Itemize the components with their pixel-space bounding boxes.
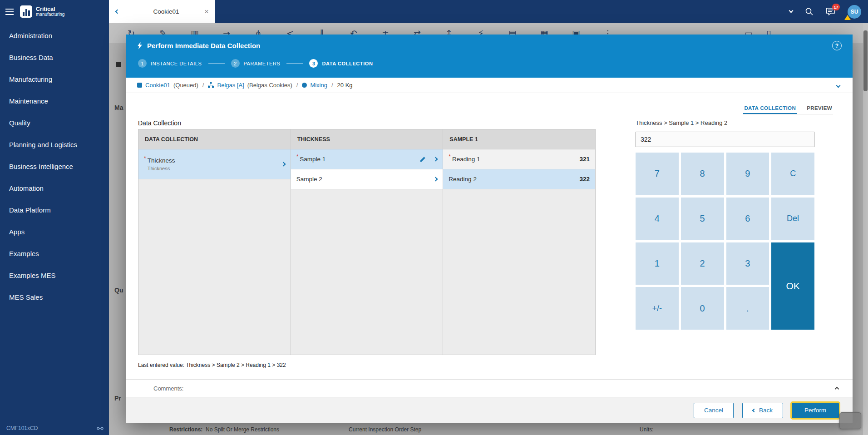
key-5[interactable]: 5 <box>681 198 724 240</box>
inspection-order-step-label: Current Inspection Order Step <box>349 426 421 433</box>
material-state: (Queued) <box>173 82 198 89</box>
sidebar-item-administration[interactable]: Administration <box>0 25 109 47</box>
comments-section[interactable]: Comments: <box>126 379 853 397</box>
row-label: Thickness <box>148 157 175 164</box>
screen: Critical manufacturing Administration Bu… <box>0 0 868 435</box>
sidebar-item-examples-mes[interactable]: Examples MES <box>0 265 109 287</box>
collapse-comments-icon[interactable] <box>834 384 840 393</box>
remote-cursor-indicator <box>839 412 861 429</box>
app-logo[interactable]: Critical manufacturing <box>20 5 64 18</box>
document-tab[interactable]: Cookie01 × <box>126 0 215 23</box>
menu-icon[interactable] <box>5 7 14 17</box>
sidebar-item-business-intelligence[interactable]: Business Intelligence <box>0 156 109 178</box>
key-4[interactable]: 4 <box>636 198 679 240</box>
help-icon[interactable]: ? <box>832 41 842 50</box>
panel-tabs: DATA COLLECTION PREVIEW <box>743 105 833 114</box>
page-scrollbar[interactable] <box>863 23 868 435</box>
key-9[interactable]: 9 <box>726 153 769 195</box>
reading-value: 321 <box>579 156 590 163</box>
background-clipped-label: Ma <box>114 104 123 111</box>
perform-button[interactable]: Perform <box>792 403 839 418</box>
sidebar-item-mes-sales[interactable]: MES Sales <box>0 287 109 308</box>
reading-value: 322 <box>579 176 590 183</box>
sidebar-item-maintenance[interactable]: Maintenance <box>0 90 109 112</box>
row-sample-2[interactable]: Sample 2 <box>291 169 443 189</box>
key-decimal[interactable]: . <box>726 287 769 330</box>
drill-in-icon[interactable] <box>434 177 438 182</box>
section-title: Data Collection <box>138 119 181 127</box>
units-label: Units: <box>640 426 654 433</box>
edit-icon[interactable] <box>419 156 426 163</box>
step-connector <box>286 63 303 64</box>
column-header: SAMPLE 1 <box>443 129 595 149</box>
tab-preview[interactable]: PREVIEW <box>806 105 833 114</box>
key-1[interactable]: 1 <box>636 242 679 285</box>
sidebar-item-quality[interactable]: Quality <box>0 112 109 134</box>
sidebar-item-apps[interactable]: Apps <box>0 221 109 243</box>
lightning-icon <box>137 42 143 49</box>
cancel-button[interactable]: Cancel <box>694 403 734 418</box>
restrictions-value: No Split Or Merge Restrictions <box>206 426 279 433</box>
sidebar-item-data-platform[interactable]: Data Platform <box>0 199 109 221</box>
step-2-circle[interactable]: 2 <box>231 59 240 68</box>
key-ok[interactable]: OK <box>771 242 814 330</box>
user-avatar[interactable]: SU <box>848 5 861 19</box>
value-input[interactable] <box>636 132 814 147</box>
chevron-left-icon <box>115 10 120 14</box>
column-sample-1: SAMPLE 1 * Reading 1 321 Reading 2 322 <box>443 129 595 355</box>
drill-in-icon[interactable] <box>281 162 286 167</box>
messages-badge: 17 <box>832 4 840 10</box>
wizard-steps: 1 INSTANCE DETAILS 2 PARAMETERS 3 DATA C… <box>137 59 842 68</box>
environment-label: CMF101xCD <box>6 425 38 431</box>
search-icon[interactable] <box>805 7 814 16</box>
numeric-keypad: 7 8 9 C 4 5 6 Del 1 2 3 OK +/- 0 . <box>636 153 814 330</box>
row-reading-1[interactable]: * Reading 1 321 <box>443 149 595 169</box>
step-1-circle[interactable]: 1 <box>138 59 147 68</box>
breadcrumb-separator: / <box>202 82 204 89</box>
sidebar-item-examples[interactable]: Examples <box>0 243 109 265</box>
sidebar-item-planning-and-logistics[interactable]: Planning and Logistics <box>0 134 109 156</box>
key-plus-minus[interactable]: +/- <box>636 287 679 330</box>
row-label: Reading 2 <box>449 176 477 183</box>
quantity-value: 20 Kg <box>337 82 353 89</box>
step-3-circle[interactable]: 3 <box>309 59 318 68</box>
expand-context-icon[interactable] <box>835 80 842 90</box>
key-7[interactable]: 7 <box>636 153 679 195</box>
sidebar-item-manufacturing[interactable]: Manufacturing <box>0 69 109 90</box>
key-delete[interactable]: Del <box>771 198 814 240</box>
key-clear[interactable]: C <box>771 153 814 195</box>
step-1-label: INSTANCE DETAILS <box>151 61 202 66</box>
row-thickness[interactable]: * Thickness Thickness <box>138 149 291 179</box>
key-8[interactable]: 8 <box>681 153 724 195</box>
required-marker: * <box>449 149 451 160</box>
scrollbar-thumb[interactable] <box>863 30 868 91</box>
breadcrumb-separator: / <box>296 82 298 89</box>
sidebar: Critical manufacturing Administration Bu… <box>0 0 109 435</box>
drill-in-icon[interactable] <box>434 157 438 162</box>
messages-icon[interactable]: 17 <box>826 7 835 16</box>
column-header: THICKNESS <box>291 129 443 149</box>
key-6[interactable]: 6 <box>726 198 769 240</box>
tab-close-icon[interactable]: × <box>202 7 209 16</box>
row-reading-2[interactable]: Reading 2 322 <box>443 169 595 189</box>
back-button[interactable]: Back <box>742 403 783 418</box>
key-0[interactable]: 0 <box>681 287 724 330</box>
sidebar-nav: Administration Business Data Manufacturi… <box>0 23 109 308</box>
key-2[interactable]: 2 <box>681 242 724 285</box>
tab-data-collection[interactable]: DATA COLLECTION <box>743 105 797 114</box>
flow-step-link[interactable]: Mixing <box>310 82 327 89</box>
row-label: Sample 2 <box>296 176 322 183</box>
sidebar-item-business-data[interactable]: Business Data <box>0 47 109 69</box>
row-sample-1[interactable]: * Sample 1 <box>291 149 443 169</box>
dialog-footer: Cancel Back Perform <box>126 397 853 423</box>
resource-link[interactable]: Belgas [A] <box>217 82 244 89</box>
restrictions-label: Restrictions: <box>169 426 202 433</box>
material-link[interactable]: Cookie01 <box>145 82 170 89</box>
tab-scroll-left-button[interactable] <box>109 0 126 23</box>
avatar-initials: SU <box>851 9 858 15</box>
column-thickness: THICKNESS * Sample 1 Sample 2 <box>291 129 444 355</box>
row-label: Sample 1 <box>300 156 326 163</box>
key-3[interactable]: 3 <box>726 242 769 285</box>
more-menus-dropdown-icon[interactable] <box>789 11 793 12</box>
sidebar-item-automation[interactable]: Automation <box>0 178 109 199</box>
